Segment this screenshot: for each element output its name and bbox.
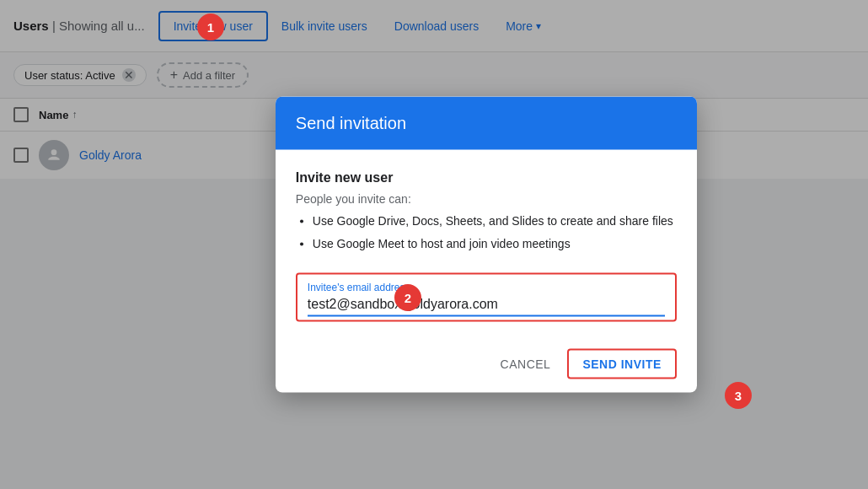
bullet-1: Use Google Drive, Docs, Sheets, and Slid… xyxy=(313,212,677,230)
cancel-button[interactable]: CANCEL xyxy=(490,351,561,378)
step-3-annotation: 3 xyxy=(725,382,752,409)
step-2-annotation: 2 xyxy=(394,284,421,311)
send-invitation-modal: Send invitation Invite new user People y… xyxy=(276,97,697,393)
modal-body: Invite new user People you invite can: U… xyxy=(276,150,697,322)
send-invite-button[interactable]: SEND INVITE xyxy=(567,349,676,379)
modal-footer: CANCEL SEND INVITE xyxy=(276,342,697,393)
modal-desc: People you invite can: xyxy=(296,192,677,206)
step-1-annotation: 1 xyxy=(197,13,224,40)
bullet-2: Use Google Meet to host and join video m… xyxy=(313,235,677,253)
modal-bullets: Use Google Drive, Docs, Sheets, and Slid… xyxy=(296,212,677,253)
email-field-label: Invitee's email address xyxy=(308,282,665,293)
email-field-container: Invitee's email address xyxy=(296,273,677,322)
modal-subtitle: Invite new user xyxy=(296,170,677,185)
invitee-email-input[interactable] xyxy=(308,297,665,317)
modal-title: Send invitation xyxy=(296,114,677,133)
modal-header: Send invitation xyxy=(276,97,697,150)
